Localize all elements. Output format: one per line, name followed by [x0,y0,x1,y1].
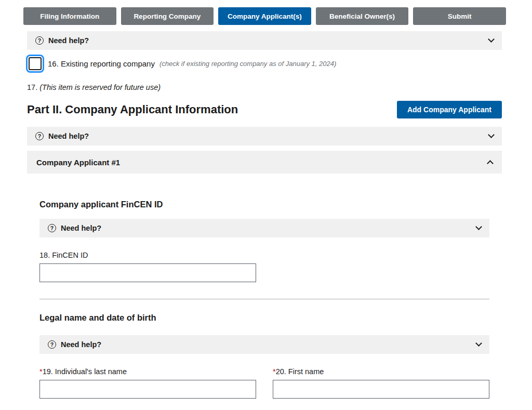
existing-reporting-company-checkbox[interactable] [29,57,42,70]
company-applicant-1-label: Company Applicant #1 [36,158,120,167]
last-name-input[interactable] [39,380,256,399]
company-applicant-1-accordion[interactable]: Company Applicant #1 [27,151,502,174]
first-name-input[interactable] [273,380,489,399]
last-name-label-text: 19. Individual's last name [43,367,127,376]
need-help-accordion-legal-name[interactable]: ? Need help? [39,335,489,354]
part-2-title: Part II. Company Applicant Information [27,103,238,116]
first-name-field-label: *20. First name [273,367,489,376]
help-icon: ? [48,340,56,349]
fincen-id-section-heading: Company applicant FinCEN ID [39,200,489,209]
fincen-id-field-label: 18. FinCEN ID [39,251,489,259]
chevron-down-icon [475,340,482,347]
tab-beneficial-owners[interactable]: Beneficial Owner(s) [316,7,409,25]
fincen-id-input[interactable] [39,263,256,282]
name-fields-row: *19. Individual's last name *20. First n… [39,354,489,399]
chevron-down-icon [488,131,495,138]
need-help-accordion-fincen[interactable]: ? Need help? [39,219,489,237]
tab-company-applicants[interactable]: Company Applicant(s) [218,7,311,25]
need-help-accordion-top[interactable]: ? Need help? [27,31,502,50]
tab-filing-information[interactable]: Filing Information [23,7,116,25]
help-icon: ? [48,224,56,232]
tab-submit[interactable]: Submit [413,7,506,25]
chevron-down-icon [488,36,495,43]
item-16-hint: (check if existing reporting company as … [159,60,336,68]
tab-reporting-company[interactable]: Reporting Company [121,7,214,25]
item-16-label: 16. Existing reporting company [48,59,155,68]
need-help-accordion-part2[interactable]: ? Need help? [27,127,502,146]
need-help-label: Need help? [61,224,101,232]
last-name-field-group: *19. Individual's last name [39,354,256,399]
help-icon: ? [35,132,44,140]
chevron-up-icon [487,160,494,167]
item-17-number: 17. [27,83,37,91]
need-help-label: Need help? [48,36,89,45]
add-company-applicant-button[interactable]: Add Company Applicant [397,101,502,118]
step-tabs: Filing Information Reporting Company Com… [23,7,506,25]
chevron-down-icon [475,223,482,230]
need-help-label: Need help? [48,132,89,140]
item-16-row: 16. Existing reporting company (check if… [27,56,502,72]
part-2-header-row: Part II. Company Applicant Information A… [27,101,502,118]
legal-name-section-heading: Legal name and date of birth [39,313,489,323]
need-help-label: Need help? [61,340,101,349]
help-icon: ? [35,36,44,45]
item-17-reserved-note: (This item is reserved for future use) [39,83,161,91]
last-name-field-label: *19. Individual's last name [39,367,256,376]
company-applicant-1-body: Company applicant FinCEN ID ? Need help?… [27,174,502,410]
item-17-text: 17. (This item is reserved for future us… [27,83,502,91]
form-content: ? Need help? 16. Existing reporting comp… [27,31,502,410]
first-name-field-group: *20. First name [273,354,489,399]
first-name-label-text: 20. First name [276,367,324,376]
section-divider [39,299,489,299]
